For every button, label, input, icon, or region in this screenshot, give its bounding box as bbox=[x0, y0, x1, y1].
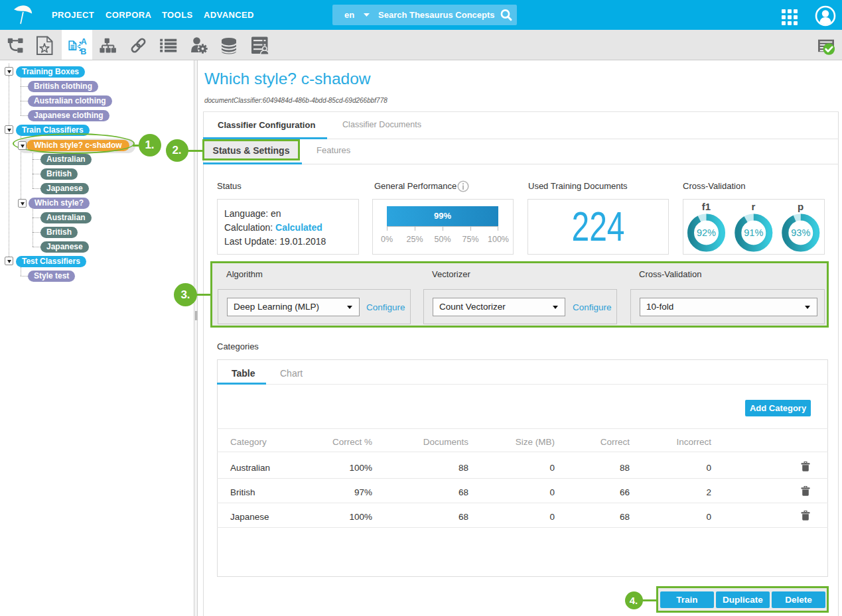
svg-text:93%: 93% bbox=[791, 227, 810, 238]
svg-text:A: A bbox=[81, 37, 87, 46]
svg-text:91%: 91% bbox=[744, 227, 763, 238]
svg-text:92%: 92% bbox=[697, 227, 716, 238]
svg-text:B: B bbox=[80, 47, 86, 56]
